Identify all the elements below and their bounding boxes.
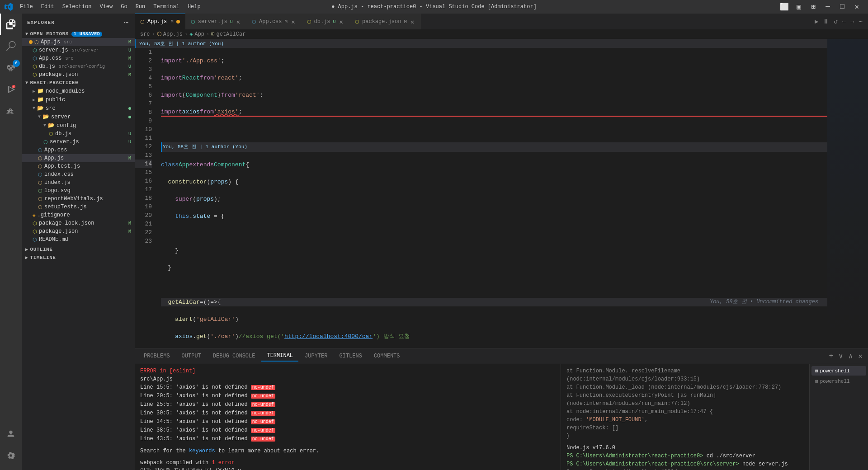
tab-appcss[interactable]: ⬡ App.css M ✕ [246,14,301,29]
no-undef-badge[interactable]: no-undef [251,428,275,433]
panel-tab-terminal[interactable]: TERMINAL [261,351,298,362]
split-editor-icon[interactable]: ▣ [792,0,806,14]
open-file-name: App.js [41,39,60,45]
maximize-button[interactable]: □ [835,0,849,14]
activity-account[interactable] [0,423,22,445]
breadcrumb-appjs[interactable]: App.js [163,31,183,38]
folder-public[interactable]: ▶ 📁 public [22,95,135,104]
tab-packagejson[interactable]: ⬡ package.json M ✕ [349,14,420,29]
menu-file[interactable]: File [16,3,37,11]
project-header[interactable]: ▼ REACT-PRACTICE0 [22,79,135,87]
file-dbjs[interactable]: ⬡ db.js U [22,130,135,138]
file-name: README.md [39,236,68,243]
activity-settings[interactable] [0,445,22,466]
activity-explorer[interactable] [0,14,22,35]
no-undef-badge[interactable]: no-undef [251,419,275,424]
activity-search[interactable] [0,35,22,57]
folder-server[interactable]: ▼ 📂 server [22,113,135,121]
terminal-tab-1[interactable]: ⊞ powershell [811,366,866,376]
close-button[interactable]: ✕ [850,0,863,14]
back-icon[interactable]: ← [840,17,848,26]
breadcrumb-sep-icon: › [206,31,209,38]
panel-tab-gitlens[interactable]: GITLENS [334,351,367,361]
timeline-header[interactable]: ▶ TIMELINE [22,254,135,262]
menu-edit[interactable]: Edit [38,3,58,11]
layout-icon[interactable]: ⊞ [807,0,820,14]
no-undef-badge[interactable]: no-undef [251,385,275,390]
panel-layout-icon[interactable]: ⬜ [778,0,791,14]
breadcrumb-getallcar[interactable]: getAllCar [217,31,246,38]
file-setuptests[interactable]: ⬡ setupTests.js [22,203,135,211]
new-file-icon[interactable]: ⋯ [123,17,129,28]
terminal-close-icon[interactable]: ✕ [856,351,864,362]
activity-extensions[interactable] [0,100,22,122]
folder-config[interactable]: ▼ 📂 config [22,121,135,130]
tab-dbjs[interactable]: ⬡ db.js U ✕ [302,14,349,29]
run-icon[interactable]: ▶ [813,17,820,26]
file-indexjs[interactable]: ⬡ index.js [22,179,135,187]
file-logosvg[interactable]: ⬡ logo.svg [22,187,135,195]
panel-tab-comments[interactable]: COMMENTS [368,351,406,361]
sync-icon[interactable]: ↺ [832,17,839,26]
open-editor-serverjs[interactable]: ⬡ server.js src\server U [22,46,135,54]
panel-tab-jupyter[interactable]: JUPYTER [299,351,333,361]
activity-run[interactable]: ! [0,79,22,100]
no-undef-badge[interactable]: no-undef [251,437,275,442]
open-editors-header[interactable]: ▼ OPEN EDITORS 1 unsaved [22,30,135,38]
add-terminal-icon[interactable]: + [827,351,835,361]
menu-view[interactable]: View [96,3,116,11]
open-editor-appcss[interactable]: ⬡ App.css src M [22,54,135,62]
menu-terminal[interactable]: Terminal [150,3,183,11]
code-content[interactable]: import './App.css'; import React from 'r… [157,48,827,348]
panel-tab-output[interactable]: OUTPUT [176,351,207,361]
code-editor[interactable]: 12345 678910 111213 14 15161718 19202122… [135,48,827,348]
panel: PROBLEMS OUTPUT DEBUG CONSOLE TERMINAL J… [135,348,868,470]
minimize-button[interactable]: ─ [821,0,835,14]
tab-label: package.json [362,19,401,25]
file-apptestjs[interactable]: ⬡ App.test.js [22,162,135,170]
folder-node-modules[interactable]: ▶ 📁 node_modules [22,87,135,95]
file-packagejson[interactable]: ⬡ package.json M [22,227,135,235]
tab-serverjs[interactable]: ⬡ server.js U ✕ [185,14,246,29]
title-bar: File Edit Selection View Go Run Terminal… [0,0,868,14]
file-appcss[interactable]: ⬡ App.css [22,146,135,154]
tab-appjs[interactable]: ⬡ App.js M [135,14,185,29]
open-editor-dbjs[interactable]: ⬡ db.js src\server\config U [22,62,135,70]
activity-source-control[interactable]: 6 [0,57,22,79]
panel-tab-problems[interactable]: PROBLEMS [138,351,175,361]
debug-icon[interactable]: ⏸ [821,17,831,26]
file-indexcss[interactable]: ⬡ index.css [22,170,135,179]
terminal-tab-2[interactable]: ⊞ powershell [811,376,866,386]
breadcrumb-src[interactable]: src [140,31,150,38]
terminal-chevron-icon[interactable]: ∨ [837,351,845,362]
more-icon[interactable]: ⋯ [857,17,864,26]
tab-close-icon[interactable]: ✕ [410,18,415,26]
menu-selection[interactable]: Selection [59,3,95,11]
no-undef-badge[interactable]: no-undef [251,394,275,399]
file-reportwebvitals[interactable]: ⬡ reportWebVitals.js [22,195,135,203]
file-readmemd[interactable]: ⬡ README.md [22,235,135,244]
forward-icon[interactable]: → [849,17,856,26]
folder-src[interactable]: ▼ 📂 src [22,104,135,113]
panel-tab-debug[interactable]: DEBUG CONSOLE [208,351,261,361]
no-undef-badge[interactable]: no-undef [251,411,275,416]
open-editor-appjs[interactable]: ⬡ App.js src M [22,38,135,46]
terminal-main[interactable]: ERROR in [eslint] src\App.js Line 15:5: … [135,364,561,470]
tab-close-icon[interactable]: ✕ [236,18,241,26]
terminal-secondary[interactable]: at Function.Module._resolveFilename (nod… [561,364,809,470]
no-undef-badge[interactable]: no-undef [251,402,275,407]
menu-run[interactable]: Run [132,3,149,11]
menu-help[interactable]: Help [184,3,204,11]
file-package-lock[interactable]: ⬡ package-lock.json M [22,219,135,227]
file-appjs[interactable]: ⬡ App.js M [22,154,135,162]
menu-go[interactable]: Go [117,3,131,11]
file-serverjs[interactable]: ⬡ server.js U [22,138,135,146]
file-gitignore[interactable]: ◈ .gitignore [22,211,135,219]
open-editor-packagejson[interactable]: ⬡ package.json M [22,70,135,79]
tab-close-icon[interactable]: ✕ [339,18,344,26]
tab-close-icon[interactable]: ✕ [290,18,296,26]
breadcrumb-app[interactable]: App [194,31,204,38]
terminal-maximize-icon[interactable]: ∧ [847,351,855,362]
keywords-link[interactable]: keywords [189,448,215,454]
outline-header[interactable]: ▶ OUTLINE [22,245,135,254]
